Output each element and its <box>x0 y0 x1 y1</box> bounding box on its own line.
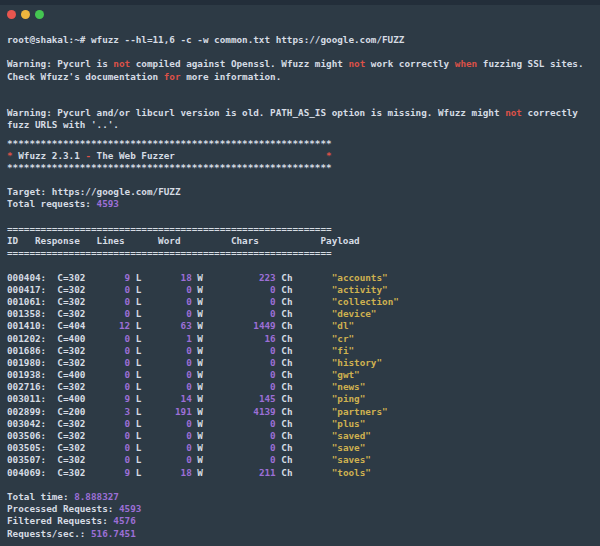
highlighted-text: 191 <box>141 406 191 417</box>
highlighted-text: 0 <box>141 430 191 441</box>
highlighted-text: 0 <box>85 454 130 465</box>
terminal-text: ****************************************… <box>7 138 332 149</box>
highlighted-text: 0 <box>203 308 276 319</box>
highlighted-text: 0 <box>203 381 276 392</box>
warning-line: Check Wfuzz's documentation for more inf… <box>7 71 600 83</box>
highlighted-text: 0 <box>85 284 130 295</box>
terminal-text <box>7 479 13 490</box>
highlighted-text: "accounts" <box>332 272 388 283</box>
terminal-text: L <box>130 406 141 417</box>
highlighted-text: 1 <box>141 333 191 344</box>
terminal-text: ID Response Lines Word Chars Payload <box>7 235 360 246</box>
terminal-text: W <box>192 357 203 368</box>
table-separator: ========================================… <box>7 223 600 235</box>
summary-line: Filtered Requests: 4576 <box>7 515 600 527</box>
window-titlebar <box>0 5 600 24</box>
highlighted-text: 0 <box>85 442 130 453</box>
terminal-text: fuzz URLS with '..'. <box>7 119 119 130</box>
blank-line <box>7 83 600 95</box>
table-row: 003507: C=302 0 L 0 W 0 Ch "saves" <box>7 454 600 466</box>
terminal-text: 001410: C=404 <box>7 320 85 331</box>
terminal-text: Wfuzz 2.3.1 <box>13 150 86 161</box>
terminal-text: W <box>192 345 203 356</box>
warning-line: Warning: Pycurl is not compiled against … <box>7 58 600 70</box>
highlighted-text: 0 <box>141 345 191 356</box>
terminal-text: L <box>130 369 141 380</box>
terminal-text: 003042: C=302 <box>7 418 85 429</box>
terminal-text <box>7 46 13 57</box>
terminal-text: Ch <box>276 430 332 441</box>
terminal-text: L <box>130 333 141 344</box>
highlighted-text: 0 <box>85 357 130 368</box>
table-row: 003505: C=302 0 L 0 W 0 Ch "save" <box>7 442 600 454</box>
table-row: 001061: C=302 0 L 0 W 0 Ch "collection" <box>7 296 600 308</box>
summary-line: Requests/sec.: 516.7451 <box>7 528 600 540</box>
terminal-text: Ch <box>276 454 332 465</box>
terminal-window: root@shakal:~# wfuzz --hl=11,6 -c -w com… <box>0 0 600 546</box>
terminal-text: root@shakal:~# wfuzz --hl=11,6 -c -w com… <box>7 34 404 45</box>
terminal-text: L <box>130 418 141 429</box>
banner-title: * Wfuzz 2.3.1 - The Web Fuzzer * <box>7 150 600 162</box>
terminal-text: W <box>192 442 203 453</box>
terminal-text: 001938: C=400 <box>7 369 85 380</box>
blank-line <box>7 174 600 186</box>
terminal-text: L <box>130 272 141 283</box>
table-row: 001202: C=400 0 L 1 W 16 Ch "cr" <box>7 333 600 345</box>
terminal-text: W <box>192 369 203 380</box>
terminal-text: L <box>130 393 141 404</box>
terminal-text: Ch <box>276 296 332 307</box>
table-row: 004069: C=302 9 L 18 W 211 Ch "tools" <box>7 467 600 479</box>
target-line: Target: https://google.com/FUZZ <box>7 186 600 198</box>
terminal-text: Ch <box>276 381 332 392</box>
total-requests-line: Total requests: 4593 <box>7 198 600 210</box>
terminal-text: 002716: C=302 <box>7 381 85 392</box>
terminal-text: L <box>130 308 141 319</box>
terminal-text: W <box>192 381 203 392</box>
highlighted-text: "tools" <box>332 467 371 478</box>
highlighted-text: for <box>164 71 181 82</box>
highlighted-text: 223 <box>203 272 276 283</box>
maximize-button[interactable] <box>35 10 44 19</box>
terminal-text: Requests/sec.: <box>7 528 91 539</box>
highlighted-text: 0 <box>85 381 130 392</box>
blank-line <box>7 95 600 107</box>
table-row: 003011: C=400 9 L 14 W 145 Ch "ping" <box>7 393 600 405</box>
highlighted-text: 18 <box>141 272 191 283</box>
terminal-text: Ch <box>276 272 332 283</box>
highlighted-text: "saves" <box>332 454 371 465</box>
close-button[interactable] <box>7 10 16 19</box>
highlighted-text: 16 <box>203 333 276 344</box>
highlighted-text: 0 <box>203 418 276 429</box>
terminal-text: Total requests: <box>7 198 97 209</box>
terminal-text: Ch <box>276 393 332 404</box>
table-row: 000404: C=302 9 L 18 W 223 Ch "accounts" <box>7 272 600 284</box>
terminal-output[interactable]: root@shakal:~# wfuzz --hl=11,6 -c -w com… <box>0 34 600 540</box>
highlighted-text: 0 <box>141 369 191 380</box>
warning-line: fuzz URLS with '..'. <box>7 119 600 131</box>
terminal-text: Ch <box>276 406 332 417</box>
highlighted-text: "collection" <box>332 296 399 307</box>
highlighted-text: 0 <box>203 442 276 453</box>
terminal-text: Target: <box>7 186 52 197</box>
highlighted-text: 145 <box>203 393 276 404</box>
terminal-text: Processed Requests: <box>7 503 119 514</box>
highlighted-text: 0 <box>203 357 276 368</box>
highlighted-text: 12 <box>85 320 130 331</box>
highlighted-text: "device" <box>332 308 377 319</box>
terminal-text: L <box>130 430 141 441</box>
highlighted-text: "news" <box>332 381 366 392</box>
highlighted-text: 0 <box>203 454 276 465</box>
table-row: 002716: C=302 0 L 0 W 0 Ch "news" <box>7 381 600 393</box>
highlighted-text: 63 <box>141 320 191 331</box>
terminal-text: W <box>192 418 203 429</box>
blank-line <box>7 479 600 491</box>
terminal-text <box>175 150 326 161</box>
terminal-text: ========================================… <box>7 223 332 234</box>
terminal-text: W <box>192 333 203 344</box>
highlighted-text: * <box>326 150 332 161</box>
minimize-button[interactable] <box>21 10 30 19</box>
table-row: 001410: C=404 12 L 63 W 1449 Ch "dl" <box>7 320 600 332</box>
terminal-text: 004069: C=302 <box>7 467 85 478</box>
highlighted-text: "plus" <box>332 418 366 429</box>
table-separator: ========================================… <box>7 247 600 259</box>
